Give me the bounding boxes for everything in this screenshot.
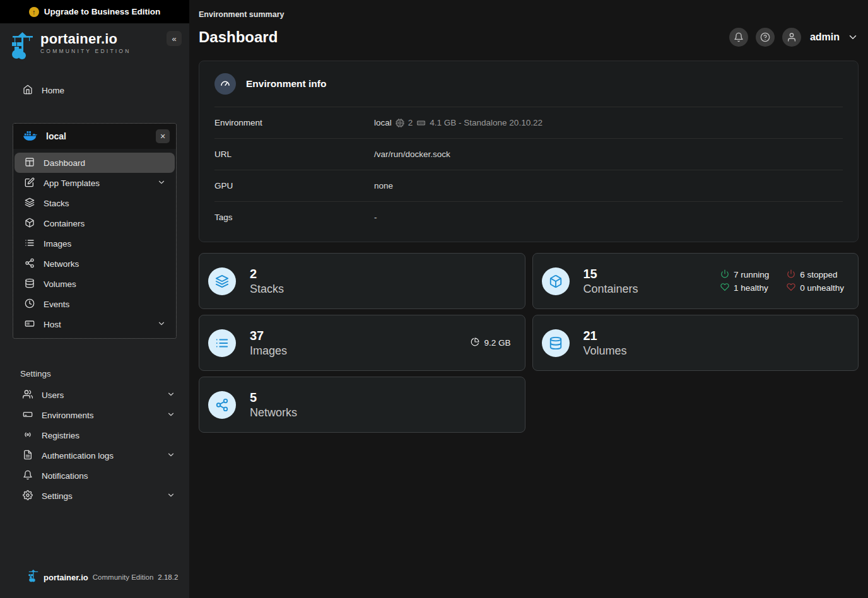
power-icon (787, 269, 795, 280)
environment-name: local (46, 131, 66, 141)
memory-icon (416, 119, 426, 127)
help-button[interactable] (756, 28, 775, 47)
menu-label: Stacks (44, 199, 69, 208)
chevron-down-icon (157, 319, 166, 330)
share-icon (208, 391, 236, 419)
sidebar-item-networks[interactable]: Networks (15, 254, 175, 274)
unhealthy-status: 0 unhealthy (787, 283, 844, 293)
home-label: Home (42, 86, 64, 95)
sidebar-item-registries[interactable]: Registries (14, 425, 184, 445)
menu-label: Dashboard (44, 158, 85, 168)
sidebar-item-stacks[interactable]: Stacks (15, 193, 175, 213)
menu-label: Images (44, 239, 71, 249)
main-content: Environment summary Dashboard admin (189, 0, 868, 598)
sidebar-item-events[interactable]: Events (15, 294, 175, 314)
page-title: Dashboard (199, 28, 278, 46)
menu-label: Users (42, 390, 64, 400)
logo-row: portainer.io COMMUNITY EDITION « (0, 23, 189, 69)
sidebar-item-images[interactable]: Images (15, 233, 175, 254)
bell-icon (23, 470, 33, 482)
header-actions: admin (729, 28, 859, 47)
networks-label: Networks (250, 406, 297, 419)
containers-card[interactable]: 15 Containers 7 running 6 stopped 1 heal… (532, 253, 859, 309)
container-statuses: 7 running 6 stopped 1 healthy 0 unhealth… (720, 269, 844, 293)
sidebar: ↑ Upgrade to Business Edition portainer.… (0, 0, 189, 598)
environment-info-panel: Environment info Environment local 2 4.1… (199, 61, 859, 242)
images-card[interactable]: 37 Images 9.2 GB (199, 315, 525, 371)
menu-label: Environments (42, 411, 94, 420)
healthy-status: 1 healthy (720, 283, 769, 293)
sidebar-collapse-button[interactable]: « (167, 31, 182, 46)
user-name[interactable]: admin (810, 32, 840, 43)
box-icon (25, 218, 35, 230)
notifications-button[interactable] (729, 28, 748, 47)
running-status: 7 running (720, 269, 769, 280)
info-row-tags: Tags - (214, 201, 843, 233)
volumes-label: Volumes (584, 344, 627, 358)
sidebar-item-volumes[interactable]: Volumes (15, 274, 175, 294)
footer-edition: Community Edition (93, 573, 154, 581)
sidebar-item-app-templates[interactable]: App Templates (15, 173, 175, 193)
sidebar-item-home[interactable]: Home (14, 80, 184, 100)
info-row-environment: Environment local 2 4.1 GB - Standalone … (214, 107, 843, 138)
sidebar-item-notifications[interactable]: Notifications (14, 466, 184, 486)
dashboard-icon (25, 157, 35, 169)
info-value: /var/run/docker.sock (374, 150, 450, 159)
sidebar-item-users[interactable]: Users (14, 385, 184, 405)
menu-label: Notifications (42, 471, 88, 481)
brand-edition: COMMUNITY EDITION (40, 48, 131, 54)
images-count: 37 (250, 328, 287, 343)
images-label: Images (250, 344, 287, 358)
database-icon (25, 278, 35, 290)
users-icon (23, 389, 33, 401)
portainer-logo-icon (10, 32, 35, 62)
clock-icon (25, 298, 35, 310)
stacks-label: Stacks (250, 283, 284, 296)
sidebar-item-containers[interactable]: Containers (15, 213, 175, 233)
info-label: URL (214, 150, 374, 159)
gauge-icon (214, 73, 236, 95)
breadcrumb: Environment summary (199, 10, 859, 19)
cpu-icon (396, 119, 404, 127)
upgrade-arrow-icon: ↑ (29, 7, 39, 17)
info-label: Tags (214, 213, 374, 222)
sidebar-item-authentication-logs[interactable]: Authentication logs (14, 445, 184, 466)
home-icon (23, 85, 33, 97)
environment-info-title: Environment info (246, 78, 326, 90)
menu-label: Networks (44, 259, 79, 269)
environment-header[interactable]: local ✕ (13, 124, 176, 149)
sidebar-item-settings[interactable]: Settings (14, 486, 184, 506)
power-icon (720, 269, 729, 280)
menu-label: App Templates (44, 179, 100, 188)
logo-text: portainer.io COMMUNITY EDITION (40, 31, 131, 54)
heart-icon (720, 283, 729, 293)
file-text-icon (23, 450, 33, 462)
sidebar-item-host[interactable]: Host (15, 314, 175, 334)
networks-card[interactable]: 5 Networks (199, 377, 525, 433)
box-icon (542, 267, 570, 295)
chevron-down-icon (157, 178, 166, 189)
user-avatar[interactable] (782, 28, 801, 47)
info-label: GPU (214, 181, 374, 191)
question-icon (760, 32, 770, 42)
radio-icon (23, 430, 33, 442)
sidebar-item-environments[interactable]: Environments (14, 405, 184, 425)
environment-close-button[interactable]: ✕ (156, 129, 170, 143)
stacks-card[interactable]: 2 Stacks (199, 253, 525, 309)
upgrade-banner[interactable]: ↑ Upgrade to Business Edition (0, 0, 189, 23)
page-header: Dashboard admin (199, 28, 859, 47)
upgrade-label: Upgrade to Business Edition (44, 7, 161, 16)
server-icon (23, 409, 33, 421)
docker-whale-icon (23, 130, 37, 143)
layers-icon (25, 197, 35, 209)
info-row-url: URL /var/run/docker.sock (214, 138, 843, 170)
footer-brand: portainer.io (44, 573, 88, 582)
chevron-down-icon (167, 491, 175, 501)
settings-section-heading: Settings (20, 369, 189, 378)
volumes-card[interactable]: 21 Volumes (532, 315, 859, 371)
user-menu-chevron-icon[interactable] (847, 32, 859, 43)
sidebar-item-dashboard[interactable]: Dashboard (15, 153, 175, 173)
share-icon (25, 258, 35, 270)
grid-spacer (532, 377, 859, 433)
networks-count: 5 (250, 390, 297, 405)
